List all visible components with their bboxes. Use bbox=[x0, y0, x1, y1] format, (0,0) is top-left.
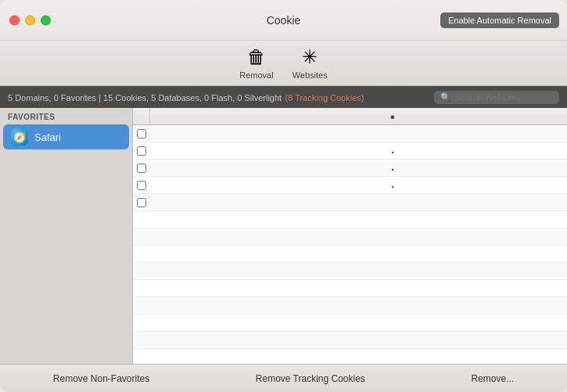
remove-button[interactable]: Remove... bbox=[465, 370, 521, 387]
removal-label: Removal bbox=[239, 70, 273, 80]
row-checkbox[interactable] bbox=[133, 177, 150, 193]
table-row[interactable]: · ▶ coreldraw.co bbox=[133, 177, 567, 194]
table-body: ▶ apple.com · ▶ baidu.c bbox=[133, 125, 567, 364]
title-bar: Cookie Enable Automatic Removal bbox=[0, 0, 567, 41]
table-area: ● ★ ✱ Website/N... ▲ Name Path Secure bbox=[133, 108, 567, 364]
table-row[interactable]: · ▶ chiefarchite bbox=[133, 160, 567, 177]
search-box[interactable]: 🔍 bbox=[434, 91, 559, 104]
status-summary: 5 Domains, 0 Favorites | 15 Cookies, 5 D… bbox=[8, 90, 364, 104]
table-row-empty bbox=[133, 297, 567, 315]
websites-icon: ✳ bbox=[302, 46, 318, 68]
remove-non-favorites-button[interactable]: Remove Non-Favorites bbox=[47, 370, 156, 387]
table-row[interactable]: · ▶ baidu.com... bbox=[133, 142, 567, 160]
websites-label: Websites bbox=[292, 70, 328, 80]
table-header: ● ★ ✱ Website/N... ▲ Name Path Secure bbox=[133, 108, 567, 125]
safari-icon: 🧭 bbox=[11, 128, 28, 146]
row-checkbox[interactable] bbox=[133, 194, 150, 210]
remove-tracking-cookies-button[interactable]: Remove Tracking Cookies bbox=[249, 370, 371, 387]
search-icon: 🔍 bbox=[440, 92, 451, 102]
table-row-empty bbox=[133, 280, 567, 297]
traffic-lights bbox=[9, 15, 51, 25]
table-row-empty bbox=[133, 263, 567, 280]
row-checkbox[interactable] bbox=[133, 142, 150, 159]
row-dot-cell: · bbox=[150, 160, 567, 176]
table-row-empty bbox=[133, 211, 567, 228]
row-checkbox[interactable] bbox=[133, 160, 150, 176]
minimize-button[interactable] bbox=[25, 15, 35, 25]
row-dot-cell bbox=[150, 194, 567, 210]
status-text: 5 Domains, 0 Favorites | 15 Cookies, 5 D… bbox=[8, 93, 282, 102]
table-row-empty bbox=[133, 332, 567, 349]
close-button[interactable] bbox=[9, 15, 20, 25]
th-dot[interactable]: ● bbox=[150, 108, 567, 124]
table-row-empty bbox=[133, 228, 567, 246]
th-checkbox bbox=[133, 108, 150, 124]
main-content: FAVORITES 🧭 Safari ● ★ ✱ Website/N... ▲ bbox=[0, 108, 567, 364]
table-row-empty bbox=[133, 246, 567, 263]
enable-automatic-removal-button[interactable]: Enable Automatic Removal bbox=[440, 13, 559, 28]
app-title: Cookie bbox=[267, 14, 301, 27]
trash-icon: 🗑 bbox=[247, 46, 266, 68]
removal-toolbar-item[interactable]: 🗑 Removal bbox=[239, 46, 273, 80]
sidebar-item-safari[interactable]: 🧭 Safari bbox=[3, 124, 129, 149]
favorites-header: FAVORITES bbox=[0, 108, 132, 124]
sidebar-item-label: Safari bbox=[34, 131, 61, 143]
search-input[interactable] bbox=[455, 92, 557, 102]
toolbar: 🗑 Removal ✳ Websites bbox=[0, 41, 567, 86]
row-dot-cell: · bbox=[150, 177, 567, 193]
sidebar: FAVORITES 🧭 Safari bbox=[0, 108, 133, 364]
websites-toolbar-item[interactable]: ✳ Websites bbox=[292, 46, 328, 80]
status-bar: 5 Domains, 0 Favorites | 15 Cookies, 5 D… bbox=[0, 86, 567, 108]
table-row[interactable]: ▶ qq.com (2) bbox=[133, 194, 567, 211]
zoom-button[interactable] bbox=[41, 15, 51, 25]
row-dot-cell bbox=[150, 125, 567, 142]
row-dot-cell: · bbox=[150, 142, 567, 159]
footer: Remove Non-Favorites Remove Tracking Coo… bbox=[0, 364, 567, 392]
table-row-empty bbox=[133, 349, 567, 364]
tracking-text: (8 Tracking Cookies) bbox=[285, 93, 364, 102]
table-row[interactable]: ▶ apple.com bbox=[133, 125, 567, 142]
table-row-empty bbox=[133, 315, 567, 332]
row-checkbox[interactable] bbox=[133, 125, 150, 142]
